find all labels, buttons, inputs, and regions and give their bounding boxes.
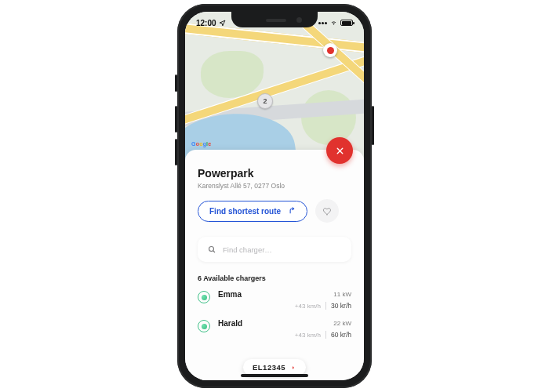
license-plate-pill[interactable]: EL12345 — [243, 359, 306, 376]
home-indicator — [241, 374, 308, 377]
location-address: Karenslyst Allé 57, 0277 Oslo — [198, 182, 351, 190]
search-charger[interactable] — [198, 237, 351, 262]
divider — [325, 331, 326, 339]
divider — [325, 302, 326, 310]
charger-item[interactable]: Harald 22 kW +43 km/h 60 kr/h — [198, 319, 351, 339]
map-attribution: Google — [191, 141, 211, 147]
charger-status-icon — [198, 291, 210, 303]
close-icon — [335, 146, 345, 156]
route-arrow-icon — [287, 207, 296, 216]
charger-power: 11 kW — [333, 291, 351, 298]
charger-speed: +43 km/h — [295, 332, 321, 339]
location-title: Powerpark — [198, 167, 351, 180]
phone-frame: 12:00 2 Google — [177, 4, 372, 388]
location-services-icon — [219, 20, 226, 27]
search-icon — [207, 245, 216, 254]
route-button-label: Find shortest route — [209, 207, 281, 216]
find-route-button[interactable]: Find shortest route — [198, 201, 307, 222]
details-panel: Powerpark Karenslyst Allé 57, 0277 Oslo … — [185, 150, 364, 380]
more-icon — [318, 22, 327, 24]
map-location-marker[interactable] — [323, 43, 337, 57]
side-button — [175, 106, 177, 132]
charger-list: Emma 11 kW +43 km/h 30 kr/h Harald 22 kW — [198, 290, 351, 339]
charger-speed: +43 km/h — [295, 303, 321, 310]
available-chargers-label: 6 Available chargers — [198, 274, 351, 282]
notch — [231, 12, 318, 27]
cluster-count: 2 — [263, 97, 267, 105]
charger-power: 22 kW — [333, 320, 351, 327]
svg-point-0 — [209, 247, 214, 252]
heart-icon — [322, 206, 333, 216]
screen: 12:00 2 Google — [185, 12, 364, 380]
status-time: 12:00 — [196, 19, 216, 27]
charger-name: Emma — [218, 290, 327, 299]
charger-price: 30 kr/h — [331, 302, 351, 310]
battery-icon — [340, 20, 353, 26]
charger-status-icon — [198, 320, 210, 332]
side-button — [175, 139, 177, 165]
favorite-button[interactable] — [315, 199, 339, 223]
side-button — [372, 106, 374, 145]
charger-price: 60 kr/h — [331, 331, 351, 339]
search-input[interactable] — [223, 245, 342, 254]
charger-item[interactable]: Emma 11 kW +43 km/h 30 kr/h — [198, 290, 351, 310]
side-button — [175, 74, 177, 92]
wifi-icon — [329, 20, 338, 26]
plate-text: EL12345 — [253, 363, 285, 372]
map-cluster-marker[interactable]: 2 — [257, 93, 273, 109]
chevron-right-icon — [290, 365, 296, 371]
charger-name: Harald — [218, 319, 327, 328]
close-button[interactable] — [326, 137, 353, 164]
